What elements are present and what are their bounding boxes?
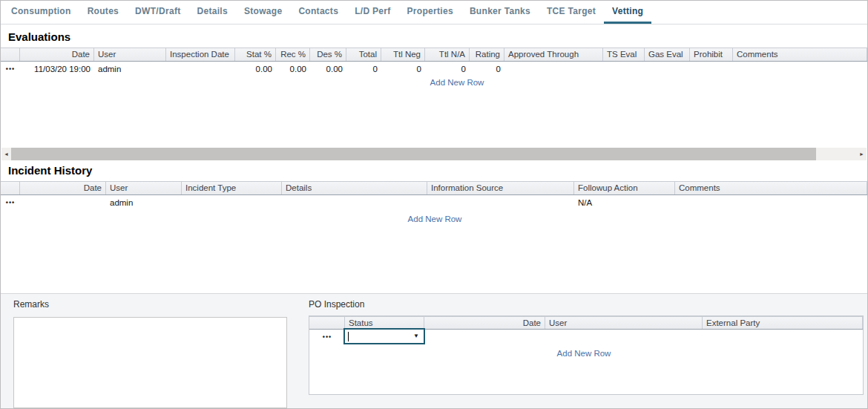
chevron-down-icon[interactable]: ▼ [413,333,419,339]
evaluations-title: Evaluations [8,30,70,43]
col-header-total[interactable]: Total [346,48,381,61]
cell-user[interactable] [545,330,703,347]
scroll-left-icon[interactable]: ◄ [1,148,11,160]
row-actions-button[interactable]: ••• [309,330,345,347]
remarks-label: Remarks [13,299,49,310]
scrollbar-track[interactable] [11,148,857,160]
cell-prohibit[interactable] [690,62,733,77]
cell-user[interactable]: admin [94,62,166,77]
col-header-information-source[interactable]: Information Source [427,182,574,194]
vessel-vetting-window: Consumption Routes DWT/Draft Details Sto… [0,0,868,409]
cell-comments[interactable] [733,62,867,77]
cell-user[interactable]: admin [106,195,182,211]
col-header-actions [309,317,345,329]
cell-total[interactable]: 0 [346,62,381,77]
cell-comments[interactable] [675,195,867,211]
col-header-gas-eval[interactable]: Gas Eval [645,48,690,61]
scroll-right-icon[interactable]: ► [857,148,867,160]
col-header-ttl-na[interactable]: Ttl N/A [425,48,470,61]
cell-gas-eval[interactable] [645,62,690,77]
col-header-incident-type[interactable]: Incident Type [182,182,282,194]
cell-ttl-na[interactable]: 0 [425,62,470,77]
tab-bar: Consumption Routes DWT/Draft Details Sto… [1,1,867,24]
col-header-stat-pct[interactable]: Stat % [235,48,276,61]
incident-history-title: Incident History [8,164,92,177]
po-inspection-add-new-row-link[interactable]: Add New Row [557,349,611,358]
col-header-user[interactable]: User [94,48,166,61]
row-actions-button[interactable]: ••• [1,62,20,77]
tab-routes[interactable]: Routes [79,1,127,24]
col-header-rec-pct[interactable]: Rec % [276,48,310,61]
tab-ld-perf[interactable]: L/D Perf [346,1,398,24]
row-actions-button[interactable]: ••• [1,195,20,211]
col-header-comments[interactable]: Comments [733,48,867,61]
col-header-status[interactable]: Status [345,317,424,329]
evaluations-add-new-row-link[interactable]: Add New Row [430,78,484,87]
tab-bunker-tanks[interactable]: Bunker Tanks [461,1,539,24]
cell-date[interactable] [424,330,545,347]
col-header-date[interactable]: Date [20,182,106,194]
cell-rec-pct[interactable]: 0.00 [276,62,310,77]
cell-des-pct[interactable]: 0.00 [310,62,346,77]
col-header-user[interactable]: User [106,182,182,194]
col-header-approved-through[interactable]: Approved Through [504,48,603,61]
cell-ts-eval[interactable] [603,62,645,77]
tab-stowage[interactable]: Stowage [236,1,290,24]
col-header-date[interactable]: Date [20,48,94,61]
incident-history-add-new-row-link[interactable]: Add New Row [408,215,462,223]
cell-external-party[interactable] [703,330,863,347]
bottom-panel: Remarks PO Inspection Status Date User E… [1,293,867,408]
tab-contacts[interactable]: Contacts [290,1,346,24]
col-header-user[interactable]: User [545,317,703,329]
evaluations-table-row: ••• 11/03/20 19:00 admin 0.00 0.00 0.00 … [1,62,867,77]
status-dropdown[interactable]: ▼ [343,328,425,344]
cell-date[interactable]: 11/03/20 19:00 [20,62,94,77]
col-header-ttl-neg[interactable]: Ttl Neg [381,48,425,61]
tab-dwt-draft[interactable]: DWT/Draft [127,1,188,24]
cell-rating[interactable]: 0 [470,62,504,77]
cell-information-source[interactable] [427,195,574,211]
incident-history-table-row: ••• admin N/A [1,195,867,211]
tab-properties[interactable]: Properties [399,1,461,24]
col-header-inspection-date[interactable]: Inspection Date [166,48,235,61]
col-header-prohibit[interactable]: Prohibit [690,48,733,61]
po-inspection-grid: Status Date User External Party ••• ▼ Ad… [309,315,864,395]
col-header-details[interactable]: Details [282,182,427,194]
col-header-rating[interactable]: Rating [470,48,504,61]
cell-followup-action[interactable]: N/A [574,195,675,211]
cell-stat-pct[interactable]: 0.00 [235,62,276,77]
cell-ttl-neg[interactable]: 0 [381,62,425,77]
cell-inspection-date[interactable] [166,62,235,77]
cell-approved-through[interactable] [504,62,603,77]
col-header-followup-action[interactable]: Followup Action [574,182,675,194]
evaluations-header-row: Date User Inspection Date Stat % Rec % D… [1,48,867,62]
tab-vetting[interactable]: Vetting [604,1,651,24]
cell-details[interactable] [282,195,427,211]
tab-consumption[interactable]: Consumption [3,1,79,24]
cell-incident-type[interactable] [182,195,282,211]
col-header-des-pct[interactable]: Des % [310,48,346,61]
col-header-external-party[interactable]: External Party [703,317,863,329]
remarks-textarea[interactable] [13,317,287,408]
cell-date[interactable] [20,195,106,211]
col-header-actions [1,182,20,194]
col-header-actions [1,48,20,61]
col-header-comments[interactable]: Comments [675,182,867,194]
text-cursor [348,332,349,341]
col-header-date[interactable]: Date [424,317,545,329]
scrollbar-thumb[interactable] [11,148,816,160]
incident-history-header-row: Date User Incident Type Details Informat… [1,181,867,195]
tab-tce-target[interactable]: TCE Target [539,1,604,24]
tab-details[interactable]: Details [188,1,235,24]
col-header-ts-eval[interactable]: TS Eval [603,48,645,61]
horizontal-scrollbar[interactable]: ◄ ► [1,148,867,160]
po-inspection-label: PO Inspection [309,299,364,310]
